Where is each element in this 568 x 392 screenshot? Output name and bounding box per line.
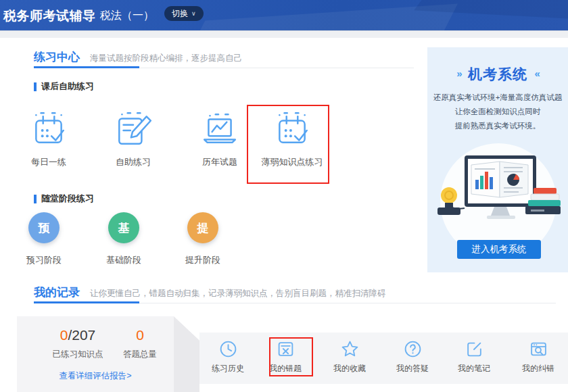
entry-weak-points-practice[interactable]: 薄弱知识点练习: [250, 110, 334, 168]
daily-practice-calendar-icon: [29, 110, 68, 149]
my-records-subtitle: 让你更懂自己，错题自动归集，记录薄弱知识点，告别盲目刷题，精准扫清障碍: [90, 288, 386, 299]
right-arrows-icon: »: [456, 68, 460, 79]
self-practice-notebook-pencil-icon: [114, 110, 153, 149]
stat-label: 答题总量: [106, 349, 174, 360]
practice-center-active-underline: [34, 66, 139, 68]
question-circle-icon: [404, 340, 422, 358]
stats-card: 0/207 已练习知识点 0 答题总量 查看详细评估报告>: [17, 316, 174, 392]
top-header: April 税务师考试辅导 税法（一） 切换 ∨: [0, 0, 568, 30]
star-icon: [341, 340, 359, 358]
shortcut-my-notes[interactable]: 我的笔记: [450, 340, 498, 374]
entry-label: 薄弱知识点练习: [250, 156, 334, 168]
entry-preview-stage[interactable]: 预 预习阶段: [11, 212, 76, 266]
computer-study-illustration: [435, 154, 561, 237]
answered-total-stat: 0 答题总量: [106, 327, 174, 360]
shortcut-practice-history[interactable]: 练习历史: [204, 340, 252, 374]
shortcut-label: 我的答疑: [388, 363, 437, 374]
stage-practice-block-label: 随堂阶段练习: [34, 193, 94, 205]
practice-center-header: 练习中心 海量试题按阶段精心编排，逐步提高自己: [34, 49, 242, 65]
past-papers-laptop-chart-icon: [200, 110, 239, 149]
my-records-header: 我的记录 让你更懂自己，错题自动归集，记录薄弱知识点，告别盲目刷题，精准扫清障碍: [34, 285, 386, 300]
preview-stage-badge: 预: [28, 212, 60, 243]
shortcut-my-wrong-questions[interactable]: 我的错题: [261, 340, 310, 374]
note-pencil-icon: [465, 340, 483, 358]
entry-basic-stage[interactable]: 基 基础阶段: [91, 212, 156, 266]
entry-label: 自助练习: [91, 156, 175, 168]
my-records-active-underline: [34, 301, 139, 303]
shortcut-label: 我的错题: [261, 363, 310, 374]
entry-self-practice[interactable]: 自助练习: [91, 110, 175, 168]
left-arrows-icon: «: [534, 68, 538, 79]
clock-icon: [219, 340, 237, 358]
subject-name: 税法（一）: [100, 9, 154, 23]
header-shadow-strip: [0, 30, 568, 38]
app-screen: April 税务师考试辅导 税法（一） 切换 ∨ 练习中心 海量试题按阶段精心编…: [0, 0, 568, 392]
shortcut-label: 我的笔记: [450, 363, 498, 374]
exam-system-description: 还原真实考试环境+海量高度仿真试题 让你全面检测知识点同时 提前熟悉真实考试环境…: [427, 91, 568, 133]
weak-points-calendar-check-icon: [273, 110, 312, 149]
switch-subject-button[interactable]: 切换 ∨: [164, 6, 204, 21]
blue-bar: [34, 82, 37, 91]
exam-system-title: 机考系统: [468, 66, 527, 82]
entry-daily-practice[interactable]: 每日一练: [7, 110, 91, 168]
records-shortcut-strip: 练习历史 我的错题 我的收藏 我的答疑: [199, 333, 568, 384]
shortcut-label: 我的纠错: [514, 363, 563, 374]
entry-improve-stage[interactable]: 提 提升阶段: [170, 212, 235, 266]
practice-center-subtitle: 海量试题按阶段精心编排，逐步提高自己: [90, 53, 242, 64]
entry-label: 每日一练: [7, 156, 91, 168]
shortcut-my-corrections[interactable]: 我的纠错: [514, 340, 563, 374]
entry-label: 基础阶段: [91, 254, 156, 266]
exam-system-panel: » 机考系统 « 还原真实考试环境+海量高度仿真试题 让你全面检测知识点同时 提…: [427, 47, 568, 272]
shortcut-my-favorites[interactable]: 我的收藏: [325, 340, 374, 374]
self-practice-block-label: 课后自助练习: [34, 80, 94, 93]
practiced-points-value: 0: [60, 327, 68, 343]
shortcut-my-questions[interactable]: 我的答疑: [388, 340, 437, 374]
my-records-title: 我的记录: [34, 285, 80, 300]
switch-label: 切换: [172, 8, 188, 20]
stats-card-fold-arrow: [174, 316, 199, 392]
answered-total-value: 0: [136, 327, 144, 343]
chevron-down-icon: ∨: [191, 10, 196, 17]
app-title: 税务师考试辅导: [3, 7, 96, 25]
practiced-points-total: /207: [68, 327, 95, 343]
practice-center-title: 练习中心: [34, 49, 80, 65]
entry-label: 提升阶段: [170, 254, 235, 266]
shortcut-label: 练习历史: [204, 363, 252, 374]
entry-label: 预习阶段: [11, 254, 76, 266]
view-report-link[interactable]: 查看详细评估报告>: [17, 370, 174, 382]
entry-label: 历年试题: [178, 156, 262, 168]
improve-stage-badge: 提: [187, 212, 218, 243]
blue-bar: [34, 195, 37, 203]
wrong-questions-icon: [277, 340, 295, 358]
basic-stage-badge: 基: [108, 212, 139, 243]
enter-exam-system-button[interactable]: 进入机考系统: [457, 240, 541, 259]
error-correction-search-icon: [529, 340, 548, 358]
shortcut-label: 我的收藏: [325, 363, 374, 374]
entry-past-papers[interactable]: 历年试题: [178, 110, 262, 168]
exam-system-title-row: » 机考系统 «: [427, 65, 568, 84]
